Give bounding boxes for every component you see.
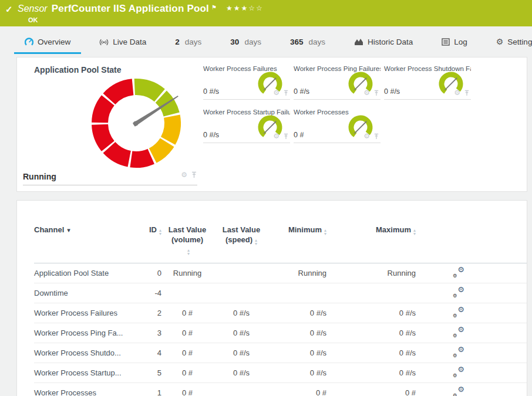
- cell-last-value-volume: 0 #: [161, 309, 213, 317]
- gear-icon[interactable]: ⚙: [363, 89, 370, 96]
- cell-channel[interactable]: Worker Process Shutdo...: [34, 348, 140, 357]
- edit-channel-settings-icon[interactable]: ⚙ ⚙: [452, 307, 464, 317]
- gear-icon[interactable]: ⚙: [363, 133, 370, 140]
- gear-icon[interactable]: ⚙: [273, 89, 280, 96]
- primary-channel-block: Application Pool State ⚙ Running: [22, 57, 197, 191]
- edit-channel-settings-icon[interactable]: ⚙ ⚙: [452, 387, 464, 396]
- historic-chart-icon: [354, 38, 363, 46]
- channel-last-value: 0 #/s: [203, 131, 219, 139]
- pin-icon[interactable]: [373, 133, 379, 140]
- cell-id: -4: [140, 289, 161, 297]
- cell-last-value-volume: Running: [161, 269, 213, 277]
- channel-last-value: 0 #/s: [203, 87, 219, 96]
- pin-icon[interactable]: [283, 133, 289, 140]
- tab-2-days[interactable]: 2 days: [164, 26, 212, 57]
- priority-stars[interactable]: ★★★☆☆: [226, 4, 264, 12]
- tab-live-data[interactable]: Live Data: [89, 26, 157, 57]
- edit-channel-settings-icon[interactable]: ⚙ ⚙: [452, 327, 464, 337]
- gear-icon: ⚙: [496, 38, 504, 46]
- priority-flag-icon[interactable]: ⚑: [211, 4, 217, 11]
- sensor-kind-label: Sensor: [18, 4, 48, 13]
- table-row[interactable]: Downtime -4 ⚙ ⚙: [34, 283, 527, 303]
- channels-table-panel: Channel▾ ID▴▾ Last Value (volume) ▴▾ Las…: [16, 200, 527, 396]
- cell-channel[interactable]: Application Pool State: [34, 269, 140, 277]
- col-header-channel[interactable]: Channel▾: [34, 225, 140, 235]
- cell-last-value-volume: 0 #: [161, 388, 213, 396]
- cell-id: 5: [140, 368, 161, 377]
- cell-last-value-speed: 0 #/s: [213, 309, 270, 317]
- cell-last-value-speed: 0 #/s: [213, 329, 270, 337]
- table-row[interactable]: Worker Process Ping Fa... 3 0 # 0 #/s 0 …: [34, 323, 527, 343]
- cell-maximum: 0 #/s: [326, 329, 416, 337]
- table-row[interactable]: Worker Process Startup... 5 0 # 0 #/s 0 …: [34, 363, 527, 383]
- edit-channel-settings-icon[interactable]: ⚙ ⚙: [452, 347, 464, 357]
- sort-desc-icon[interactable]: ▾: [67, 226, 70, 234]
- col-header-last-value-speed[interactable]: Last Value (speed)▴▾: [213, 225, 270, 246]
- cell-minimum: 0 #/s: [270, 329, 326, 337]
- gear-icon[interactable]: ⚙: [454, 89, 460, 96]
- cell-channel[interactable]: Worker Process Startup...: [34, 368, 140, 377]
- table-row[interactable]: Worker Processes 1 0 # 0 # 0 # ⚙ ⚙: [34, 383, 527, 396]
- channel-last-value: 0 #/s: [294, 87, 309, 96]
- pin-icon[interactable]: [283, 90, 289, 96]
- col-header-maximum[interactable]: Maximum▴▾: [326, 225, 416, 236]
- cell-last-value-volume: 0 #: [161, 368, 213, 377]
- channel-gauge-tile[interactable]: Worker Process Ping Failures 0 #/s ⚙: [294, 65, 381, 100]
- edit-channel-settings-icon[interactable]: ⚙ ⚙: [452, 367, 464, 377]
- cell-maximum: 0 #: [326, 388, 416, 396]
- channel-last-value: 0 #/s: [384, 87, 400, 96]
- tab-overview[interactable]: Overview: [14, 26, 81, 57]
- channel-gauge-tile[interactable]: Worker Process Shutdown Fa... 0 #/s ⚙: [384, 65, 471, 100]
- cell-minimum: Running: [270, 269, 326, 277]
- cell-id: 2: [140, 309, 161, 317]
- col-header-id[interactable]: ID▴▾: [140, 225, 161, 236]
- sensor-header: ✓ SensorPerfCounter IIS Application Pool…: [0, 0, 532, 26]
- pin-icon[interactable]: [464, 90, 470, 96]
- channel-gauge-tile[interactable]: Worker Process Startup Failu... 0 #/s ⚙: [203, 109, 290, 143]
- primary-channel-value: Running: [23, 172, 56, 181]
- channel-gauge-tile[interactable]: Worker Processes 0 # ⚙: [294, 109, 381, 143]
- cell-maximum: 0 #/s: [326, 348, 416, 357]
- cell-minimum: 0 #/s: [270, 309, 326, 317]
- table-row[interactable]: Worker Process Failures 2 0 # 0 #/s 0 #/…: [34, 303, 527, 323]
- tab-30-days[interactable]: 30 days: [220, 26, 272, 57]
- tab-log[interactable]: Log: [431, 26, 478, 57]
- application-pool-state-gauge: [89, 76, 183, 170]
- table-body: Application Pool State 0 Running Running…: [34, 263, 527, 396]
- sort-toggle-icon[interactable]: ▴▾: [413, 229, 416, 236]
- table-row[interactable]: Worker Process Shutdo... 4 0 # 0 #/s 0 #…: [34, 343, 527, 363]
- pin-icon[interactable]: [373, 90, 379, 96]
- cell-channel[interactable]: Worker Process Ping Fa...: [34, 329, 140, 337]
- sensor-status-badge: OK: [28, 16, 532, 23]
- primary-channel-footer: ⚙ Running: [23, 171, 197, 185]
- sort-toggle-icon[interactable]: ▴▾: [187, 249, 190, 256]
- table-row[interactable]: Application Pool State 0 Running Running…: [34, 263, 527, 283]
- overview-gauges-panel: Application Pool State ⚙ Running Worker …: [16, 57, 527, 192]
- edit-channel-settings-icon[interactable]: ⚙ ⚙: [452, 268, 464, 277]
- gear-icon[interactable]: ⚙: [181, 171, 187, 178]
- pin-icon[interactable]: [191, 171, 197, 178]
- live-signal-icon: [99, 38, 109, 46]
- gear-icon[interactable]: ⚙: [273, 133, 280, 140]
- gauge-icon: [25, 38, 33, 46]
- cell-id: 1: [140, 388, 161, 396]
- edit-channel-settings-icon[interactable]: ⚙ ⚙: [452, 287, 464, 297]
- cell-id: 0: [140, 269, 161, 277]
- sensor-title: PerfCounter IIS Application Pool: [52, 3, 209, 14]
- cell-channel[interactable]: Worker Process Failures: [34, 309, 140, 317]
- log-list-icon: [442, 38, 450, 46]
- tab-historic-data[interactable]: Historic Data: [344, 26, 423, 57]
- sort-toggle-icon[interactable]: ▴▾: [255, 239, 257, 246]
- channel-gauge-tile[interactable]: Worker Process Failures 0 #/s ⚙: [203, 65, 290, 100]
- cell-channel[interactable]: Worker Processes: [34, 388, 140, 396]
- cell-last-value-speed: 0 #/s: [213, 368, 270, 377]
- cell-maximum: Running: [326, 269, 416, 277]
- tab-365-days[interactable]: 365 days: [280, 26, 336, 57]
- cell-channel[interactable]: Downtime: [34, 289, 140, 297]
- tab-settings[interactable]: ⚙ Settings: [486, 26, 532, 57]
- col-header-minimum[interactable]: Minimum▴▾: [270, 225, 326, 236]
- primary-channel-title: Application Pool State: [34, 65, 197, 75]
- col-header-last-value-volume[interactable]: Last Value (volume) ▴▾: [161, 225, 213, 256]
- sensor-tabbar: Overview Live Data 2 days 30 days 365 da…: [0, 26, 532, 57]
- cell-minimum: 0 #/s: [270, 348, 326, 357]
